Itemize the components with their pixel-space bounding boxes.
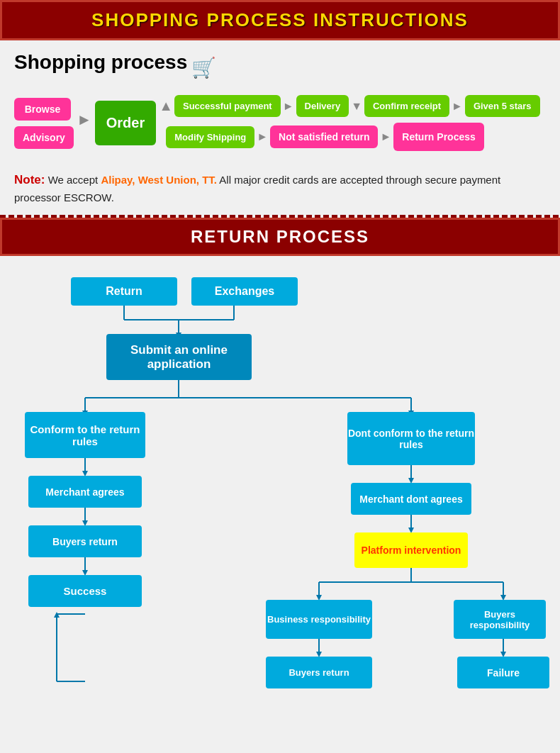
order-box: Order <box>95 101 156 145</box>
successful-payment-box: Successful payment <box>174 95 281 117</box>
return-header-title: RETURN PROCESS <box>191 227 369 246</box>
delivery-box: Delivery <box>296 95 349 117</box>
success-box: Success <box>28 575 142 607</box>
dont-conform-box: Dont conform to the return rules <box>347 412 475 465</box>
conform-box: Conform to the return rules <box>25 412 145 458</box>
platform-intervention-box: Platform intervention <box>354 532 468 568</box>
shopping-section: Shopping process 🛒 Browse Advisory ► Ord… <box>0 40 560 162</box>
return-box: Return <box>71 277 177 306</box>
bag-icon: 🛒 <box>191 56 216 79</box>
return-section: Return Exchanges Submit an online applic… <box>0 256 560 724</box>
note-section: Note: We accept Alipay, West Union, TT. … <box>0 162 560 215</box>
modify-shipping-box: Modify Shipping <box>166 126 254 148</box>
advisory-box: Advisory <box>14 126 74 149</box>
note-text-before: We accept <box>48 174 101 186</box>
browse-box: Browse <box>14 98 71 121</box>
buyers-return-right-box: Buyers return <box>266 657 372 688</box>
buyers-return-left-box: Buyers return <box>28 525 142 557</box>
shopping-title: Shopping process <box>14 51 187 74</box>
failure-box: Failure <box>457 657 549 688</box>
exchanges-box: Exchanges <box>191 277 298 306</box>
given-5-stars-box: Given 5 stars <box>465 95 540 117</box>
not-satisfied-return-box: Not satisfied return <box>270 126 378 148</box>
note-label: Note: <box>14 173 45 186</box>
return-process-box: Return Process <box>393 123 483 151</box>
merchant-dont-box: Merchant dont agrees <box>351 483 471 515</box>
submit-box: Submit an online application <box>106 334 252 380</box>
return-header: RETURN PROCESS <box>0 218 560 256</box>
svg-marker-34 <box>54 612 60 618</box>
note-highlight: Alipay, West Union, TT. <box>101 174 217 186</box>
return-chart: Return Exchanges Submit an online applic… <box>14 270 546 710</box>
buyers-resp-box: Buyers responsibility <box>454 600 546 639</box>
main-header-title: SHOPPING PROCESS INSTRUCTIONS <box>91 9 469 30</box>
business-resp-box: Business responsibility <box>266 600 372 639</box>
confirm-receipt-box: Confirm receipt <box>364 95 449 117</box>
main-header: SHOPPING PROCESS INSTRUCTIONS <box>0 0 560 40</box>
merchant-agrees-box: Merchant agrees <box>28 476 142 508</box>
